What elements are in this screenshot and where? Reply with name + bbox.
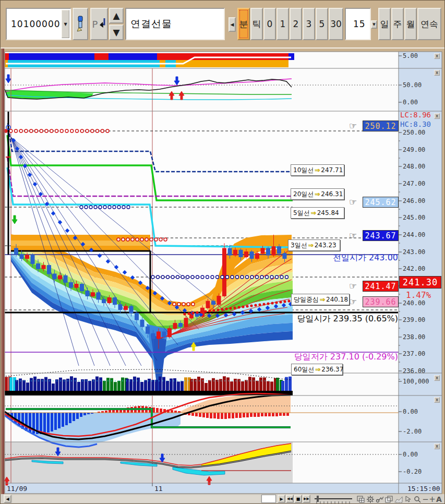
cursor-icon[interactable] bbox=[403, 495, 412, 503]
speed-slider[interactable] bbox=[312, 494, 354, 504]
time-axis-mid-label: 11 bbox=[154, 485, 163, 493]
play-icon: ▶ bbox=[280, 497, 283, 501]
chart-canvas[interactable] bbox=[1, 1, 445, 504]
grid-window-icon[interactable] bbox=[356, 495, 365, 503]
chart-settings-icon[interactable] bbox=[375, 495, 384, 503]
magnifier-icon[interactable] bbox=[413, 495, 422, 503]
scrollbar-track[interactable] bbox=[13, 495, 260, 502]
time-axis-end-label: 15:15:00 bbox=[407, 485, 440, 493]
bottom-scrollbar-row: ◀ ▶ ◀◀ ■ ▶▶ − + bbox=[1, 494, 445, 504]
gear-icon[interactable] bbox=[366, 495, 375, 503]
stop-icon: ■ bbox=[296, 497, 300, 501]
scroll-left-button[interactable]: ◀ bbox=[4, 495, 11, 503]
playback-value-box[interactable] bbox=[261, 495, 276, 503]
fast-forward-icon: ▶▶ bbox=[304, 497, 309, 501]
area-chart-icon[interactable] bbox=[394, 495, 403, 503]
rewind-icon: ◀◀ bbox=[287, 497, 293, 501]
slider-handle bbox=[317, 496, 319, 502]
font-button[interactable]: A bbox=[435, 495, 443, 503]
stop-button[interactable]: ■ bbox=[294, 495, 302, 503]
time-axis-start-label: 11/09 bbox=[7, 485, 27, 493]
hts-chart-window: 10100000 ▼ P ▲ ▼ 연결선물 ◀ 분 bbox=[0, 0, 445, 504]
font-icon: A bbox=[436, 495, 442, 503]
play-button[interactable]: ▶ bbox=[278, 495, 285, 503]
signal-ribbon bbox=[5, 53, 294, 67]
fast-forward-button[interactable]: ▶▶ bbox=[303, 495, 310, 503]
layers-icon[interactable] bbox=[384, 495, 393, 503]
rewind-button[interactable]: ◀◀ bbox=[286, 495, 294, 503]
left-arrow-icon: ◀ bbox=[6, 497, 9, 501]
